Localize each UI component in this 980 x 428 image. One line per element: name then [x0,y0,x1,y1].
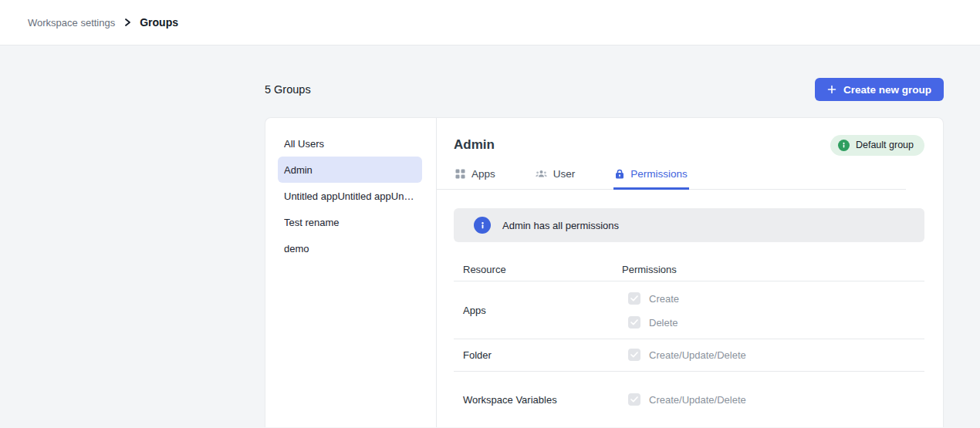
check-icon [630,319,638,325]
chevron-right-icon [123,18,132,27]
group-item-admin[interactable]: Admin [278,157,422,183]
check-icon [630,352,638,358]
tab-user[interactable]: User [534,168,577,190]
permission-checkbox-folder-cud [628,349,640,361]
resource-name: Workspace Variables [454,372,622,427]
group-item-all-users[interactable]: All Users [278,130,422,157]
group-detail-panel: Admin Default group Apps [437,118,943,427]
info-circle-icon [838,140,850,151]
column-header-permissions: Permissions [622,264,924,275]
table-row-workspace-variables: Workspace Variables Create/Update/Delete [454,372,924,427]
tab-permissions[interactable]: Permissions [613,168,689,190]
breadcrumb-workspace-settings[interactable]: Workspace settings [28,17,115,29]
group-title: Admin [454,137,495,153]
lock-icon [615,169,624,179]
tab-apps[interactable]: Apps [454,168,497,190]
table-row-folder: Folder Create/Update/Delete [454,339,924,372]
breadcrumb-current-groups: Groups [140,16,178,29]
permission-label: Create [649,293,679,305]
apps-grid-icon [455,169,465,179]
column-header-resource: Resource [454,264,622,275]
permission-label: Create/Update/Delete [649,394,746,406]
permission-label: Delete [649,317,678,329]
users-icon [536,169,547,179]
check-icon [630,396,638,403]
create-new-group-label: Create new group [843,84,931,96]
permission-checkbox-create [628,292,640,305]
permission-checkbox-delete [628,316,640,329]
groups-count-label: 5 Groups [265,83,311,96]
groups-card: All Users Admin Untitled appUntitled app… [265,117,944,427]
permission-label: Create/Update/Delete [649,349,746,361]
group-item-test-rename[interactable]: Test rename [278,209,422,235]
group-item-untitled-app[interactable]: Untitled appUntitled appUntitle… [278,183,422,209]
default-group-badge: Default group [830,135,924,156]
default-group-label: Default group [856,140,914,150]
check-icon [630,295,638,302]
plus-icon [827,85,836,94]
resource-name: Apps [454,281,622,339]
table-row-apps: Apps Create Delete [454,281,924,339]
tab-bar: Apps User Permissions [437,168,906,190]
permissions-table: Resource Permissions Apps Create [454,258,924,427]
group-item-demo[interactable]: demo [278,235,422,261]
banner-text: Admin has all permissions [502,220,619,231]
top-bar: Workspace settings Groups [0,0,980,45]
resource-name: Folder [454,339,622,371]
group-list: All Users Admin Untitled appUntitled app… [265,118,437,427]
permissions-info-banner: Admin has all permissions [454,208,924,242]
groups-page: 5 Groups Create new group All Users Admi… [265,45,944,427]
create-new-group-button[interactable]: Create new group [815,78,944,101]
permission-checkbox-workspace-variables-cud [628,393,640,406]
info-circle-icon [474,217,491,234]
